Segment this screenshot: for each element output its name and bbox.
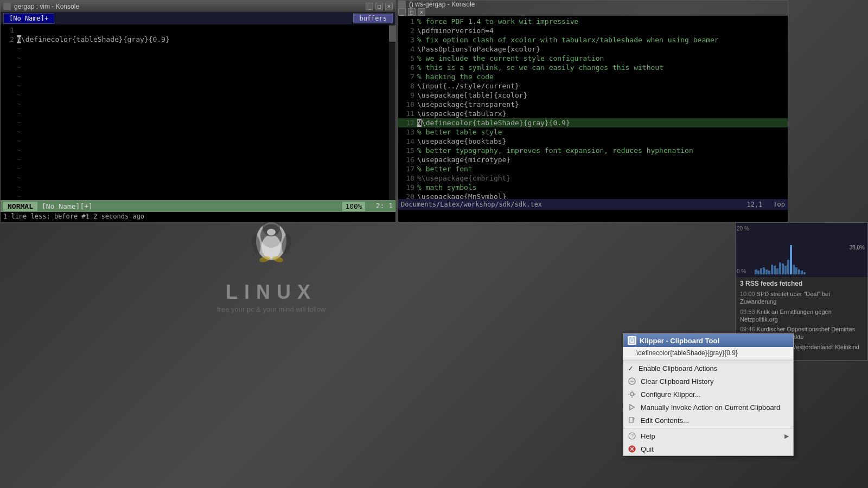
vim-buffers-button[interactable]: buffers	[353, 14, 393, 23]
klipper-help[interactable]: ? Help ▶	[623, 429, 793, 442]
svg-text:?: ?	[631, 433, 634, 439]
vim-cmd-line-left: 1 line less; before #1 2 seconds ago	[1, 212, 395, 222]
vim-scrollbar-left[interactable]	[389, 24, 395, 200]
vim-line-t14: ~	[1, 164, 389, 173]
konsole-right-icon	[398, 1, 406, 8]
vim-cursor-right: 12,1	[746, 201, 762, 208]
minimize-button-right[interactable]: _	[398, 8, 406, 16]
vim-content-left[interactable]: 1 2 N\definecolor{tableShade}{gray}{0.9}…	[1, 24, 395, 200]
help-label: Help	[641, 432, 780, 440]
rss-item-1: 09:53 Kritik an Ermittlungen gegen Netzp…	[740, 308, 863, 324]
rline-14: 14 \usepackage{booktabs}	[398, 137, 788, 146]
minimize-button-left[interactable]: _	[366, 3, 373, 10]
vim-top-right: Top	[773, 201, 785, 208]
konsole-left-icon	[3, 3, 11, 10]
right-title-buttons[interactable]: _ □ ×	[398, 8, 788, 16]
invoke-label: Manually Invoke Action on Current Clipbo…	[641, 403, 789, 412]
klipper-separator-2	[623, 428, 793, 428]
vim-cmd-right	[398, 210, 788, 222]
vim-tab-bar-left[interactable]: [No Name]+ buffers	[1, 12, 395, 24]
help-submenu-arrow: ▶	[784, 433, 789, 440]
quit-icon	[628, 445, 636, 453]
klipper-quit[interactable]: Quit	[623, 442, 793, 455]
clear-icon-svg	[628, 377, 636, 385]
svg-rect-10	[631, 337, 633, 339]
klipper-configure[interactable]: Configure Klipper...	[623, 388, 793, 401]
rline-16: 16 \usepackage{microtype}	[398, 155, 788, 164]
rline-17: 17 % better font	[398, 164, 788, 174]
vim-mode-indicator: NORMAL	[3, 202, 37, 211]
konsole-left-window: gergap : vim - Konsole _ □ × [No Name]+ …	[0, 0, 396, 222]
svg-point-15	[630, 393, 634, 396]
rss-bar-10	[779, 262, 781, 275]
check-mark-icon: ✓	[628, 364, 634, 373]
rss-bar-14	[790, 245, 792, 274]
rline-15: 15 % better typography, improves font-ex…	[398, 146, 788, 155]
vim-filepath-right: Documents/Latex/workshop/sdk/sdk.tex	[401, 201, 542, 208]
rss-bar-3	[760, 268, 762, 274]
clear-history-icon	[628, 377, 636, 386]
right-title-left: () ws-gergap - Konsole	[398, 1, 788, 8]
rline-20: 20 \usepackage{MnSymbol}	[398, 192, 788, 199]
left-title-left: gergap : vim - Konsole	[3, 3, 79, 10]
vim-tab-noname[interactable]: [No Name]+	[3, 13, 54, 24]
maximize-button-right[interactable]: □	[408, 8, 416, 16]
klipper-invoke-action[interactable]: Manually Invoke Action on Current Clipbo…	[623, 401, 793, 414]
vim-line-t2: ~	[1, 53, 389, 62]
svg-point-18	[629, 394, 630, 395]
rline-19: 19 % math symbols	[398, 183, 788, 192]
klipper-clear-history[interactable]: Clear Clipboard History	[623, 375, 793, 388]
configure-icon	[628, 390, 636, 399]
rss-time-1: 09:53	[740, 309, 755, 315]
klipper-enable-clipboard-actions[interactable]: ✓ Enable Clipboard Actions	[623, 362, 793, 375]
vim-line-2: 2 N\definecolor{tableShade}{gray}{0.9}	[1, 35, 389, 44]
quit-label: Quit	[641, 445, 789, 453]
konsole-right-window: () ws-gergap - Konsole _ □ × 1 % force P…	[398, 0, 788, 222]
maximize-button-left[interactable]: □	[375, 3, 383, 10]
rline-12: 12 N\definecolor{tableShade}{gray}{0.9}	[398, 118, 788, 127]
rss-item-0: 10:00 SPD streitet über "Deal" bei Zuwan…	[740, 290, 863, 306]
vim-line-t11: ~	[1, 136, 389, 145]
invoke-icon-svg	[628, 403, 636, 411]
rss-bar-13	[787, 260, 789, 274]
close-button-left[interactable]: ×	[385, 3, 393, 10]
klipper-context-menu: Klipper - Clipboard Tool \definecolor{ta…	[623, 333, 794, 456]
vim-left-area: [No Name]+ buffers 1 2 N\definecolor{tab…	[1, 12, 395, 222]
rss-chart-value: 38,0%	[850, 245, 865, 251]
left-title-bar: gergap : vim - Konsole _ □ ×	[1, 1, 395, 12]
rline-3: 3 % fix option clash of xcolor with tabu…	[398, 35, 788, 44]
svg-point-4	[267, 229, 276, 235]
rss-bar-15	[793, 265, 795, 274]
rss-bar-16	[795, 267, 797, 275]
edit-contents-label: Edit Contents...	[641, 416, 789, 425]
rss-bar-5	[765, 269, 768, 274]
vim-scrollbar-thumb-left[interactable]	[389, 25, 395, 42]
vim-line-t6: ~	[1, 90, 389, 99]
svg-point-16	[631, 391, 633, 392]
clipboard-icon	[629, 337, 635, 344]
right-title-bar: () ws-gergap - Konsole _ □ ×	[398, 1, 788, 16]
quit-icon-svg	[628, 445, 636, 453]
edit-icon	[628, 416, 636, 425]
rline-9: 9 \usepackage[table]{xcolor}	[398, 91, 788, 100]
linux-wordmark: LINUX	[217, 281, 326, 304]
rline-8: 8 \input{../style/current}	[398, 81, 788, 91]
vim-line-t17: ~	[1, 191, 389, 200]
rline-1: 1 % force PDF 1.4 to work wit impressive	[398, 17, 788, 26]
rss-bar-19	[803, 272, 806, 275]
svg-marker-20	[630, 404, 634, 410]
klipper-edit-contents[interactable]: Edit Contents...	[623, 414, 793, 427]
svg-point-2	[261, 235, 281, 259]
left-title-buttons[interactable]: _ □ ×	[366, 3, 393, 10]
svg-point-19	[635, 394, 636, 395]
svg-rect-21	[629, 418, 633, 422]
close-button-right[interactable]: ×	[418, 8, 425, 16]
linux-logo: LINUX free your pc & your mind will foll…	[217, 211, 326, 313]
vim-content-right[interactable]: 1 % force PDF 1.4 to work wit impressive…	[398, 16, 788, 199]
klipper-clipboard-content[interactable]: \definecolor{tableShade}{gray}{0.9}	[623, 347, 793, 359]
vim-status-bar-right: Documents/Latex/workshop/sdk/sdk.tex 12,…	[398, 199, 788, 210]
vim-filename-left: [No Name][+]	[42, 202, 93, 210]
vim-line-t12: ~	[1, 145, 389, 155]
klipper-app-icon	[628, 336, 636, 345]
rss-bar-9	[776, 268, 778, 274]
